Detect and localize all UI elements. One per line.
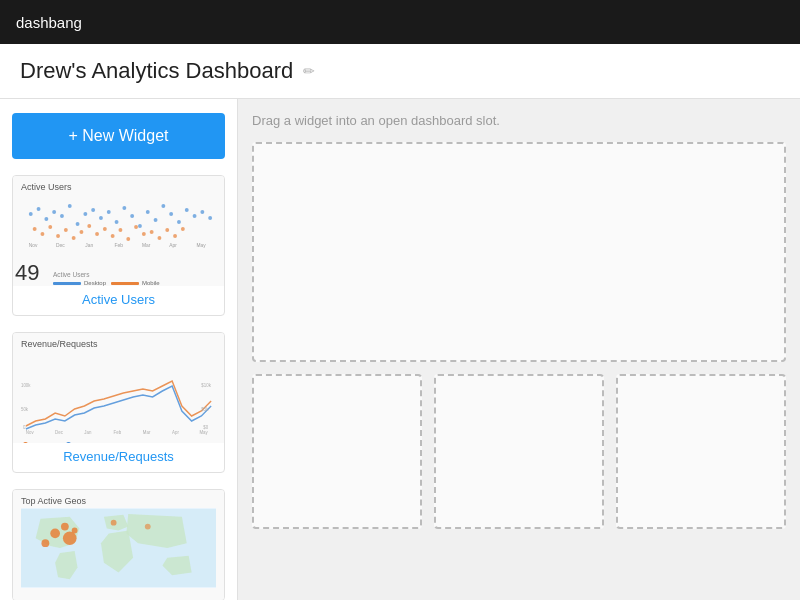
drop-slot-medium-3[interactable] (616, 374, 786, 529)
svg-text:$0: $0 (203, 425, 208, 430)
widget-label-revenue[interactable]: Revenue/Requests (13, 443, 224, 472)
topbar-title: dashbang (16, 14, 82, 31)
svg-point-69 (61, 523, 69, 531)
main-layout: + New Widget Active Users (0, 99, 800, 600)
svg-point-18 (169, 212, 173, 216)
svg-point-68 (72, 528, 78, 534)
widget-card-title-revenue: Revenue/Requests (21, 339, 216, 349)
widget-card-title-active-users: Active Users (21, 182, 216, 192)
svg-point-1 (37, 207, 41, 211)
svg-text:$5k: $5k (201, 407, 209, 412)
svg-point-65 (50, 529, 60, 539)
active-users-count: 49 (15, 262, 39, 284)
svg-point-37 (134, 225, 138, 229)
active-users-chart: Nov Dec Jan Feb Mar Apr May (21, 194, 216, 279)
widget-label-active-users[interactable]: Active Users (13, 286, 224, 315)
svg-point-12 (122, 206, 126, 210)
svg-text:Apr: Apr (169, 243, 177, 248)
legend-requests-label: Requests (77, 442, 102, 443)
slots-grid-top (252, 142, 786, 362)
legend-revenue-dot (23, 442, 28, 443)
svg-text:Jan: Jan (84, 430, 92, 435)
legend-mobile-label: Mobile (142, 280, 160, 286)
svg-point-16 (154, 218, 158, 222)
svg-point-17 (161, 204, 165, 208)
revenue-svg: Nov Dec Jan Feb Mar Apr May $10k $5k $0 … (21, 351, 216, 436)
svg-point-0 (29, 212, 33, 216)
svg-point-22 (200, 210, 204, 214)
svg-text:May: May (196, 243, 206, 248)
svg-point-4 (60, 214, 64, 218)
svg-point-8 (91, 208, 95, 212)
svg-point-2 (44, 217, 48, 221)
svg-text:Dec: Dec (56, 243, 65, 248)
legend-desktop-bar (53, 282, 81, 285)
svg-point-3 (52, 210, 56, 214)
topbar: dashbang (0, 0, 800, 44)
widget-preview-geos: Top Active Geos (13, 490, 224, 600)
legend-revenue-label: Revenue (34, 442, 58, 443)
svg-text:Nov: Nov (29, 243, 38, 248)
svg-point-38 (142, 232, 146, 236)
svg-text:Nov: Nov (26, 430, 35, 435)
svg-point-20 (185, 208, 189, 212)
svg-point-71 (145, 524, 151, 530)
svg-text:50k: 50k (21, 407, 29, 412)
svg-point-67 (41, 539, 49, 547)
new-widget-label: + New Widget (68, 127, 168, 145)
svg-point-34 (111, 234, 115, 238)
widget-card-title-geos: Top Active Geos (21, 496, 216, 506)
drop-slot-medium-1[interactable] (252, 374, 422, 529)
svg-point-24 (33, 227, 37, 231)
svg-point-32 (95, 232, 99, 236)
svg-text:Feb: Feb (114, 430, 122, 435)
svg-point-43 (181, 227, 185, 231)
map-preview (21, 508, 216, 588)
sidebar: + New Widget Active Users (0, 99, 238, 600)
svg-point-33 (103, 227, 107, 231)
svg-point-11 (115, 220, 119, 224)
svg-point-39 (150, 230, 154, 234)
svg-text:100k: 100k (21, 383, 31, 388)
widget-card-geos[interactable]: Top Active Geos (12, 489, 225, 600)
svg-point-35 (119, 228, 123, 232)
svg-point-70 (111, 520, 117, 526)
legend-desktop-label: Desktop (84, 280, 106, 286)
new-widget-button[interactable]: + New Widget (12, 113, 225, 159)
svg-point-26 (48, 225, 52, 229)
dashboard-area: Drag a widget into an open dashboard slo… (238, 99, 800, 600)
svg-point-66 (63, 531, 77, 545)
svg-point-14 (138, 224, 142, 228)
slots-grid-bottom (252, 374, 786, 529)
svg-point-21 (193, 214, 197, 218)
page-header: Drew's Analytics Dashboard ✏ (0, 44, 800, 99)
svg-point-15 (146, 210, 150, 214)
svg-point-6 (76, 222, 80, 226)
page-title: Drew's Analytics Dashboard (20, 58, 293, 84)
svg-point-31 (87, 224, 91, 228)
svg-point-9 (99, 216, 103, 220)
legend-mobile-bar (111, 282, 139, 285)
svg-text:Mar: Mar (143, 430, 151, 435)
svg-point-23 (208, 216, 212, 220)
drop-hint: Drag a widget into an open dashboard slo… (252, 113, 786, 128)
edit-icon[interactable]: ✏ (303, 63, 315, 79)
widget-card-revenue[interactable]: Revenue/Requests Nov Dec Jan Feb Mar Apr… (12, 332, 225, 473)
svg-point-28 (64, 228, 68, 232)
svg-point-41 (165, 228, 169, 232)
svg-point-29 (72, 236, 76, 240)
svg-point-10 (107, 210, 111, 214)
svg-text:May: May (199, 430, 208, 435)
svg-point-40 (158, 236, 162, 240)
svg-text:Apr: Apr (172, 430, 179, 435)
drop-slot-large[interactable] (252, 142, 786, 362)
map-svg (21, 508, 216, 588)
drop-slot-medium-2[interactable] (434, 374, 604, 529)
widget-card-active-users[interactable]: Active Users (12, 175, 225, 316)
svg-text:Mar: Mar (142, 243, 151, 248)
widget-preview-active-users: Active Users (13, 176, 224, 286)
svg-text:Feb: Feb (115, 243, 124, 248)
svg-point-7 (83, 212, 87, 216)
svg-point-5 (68, 204, 72, 208)
svg-point-30 (80, 230, 84, 234)
